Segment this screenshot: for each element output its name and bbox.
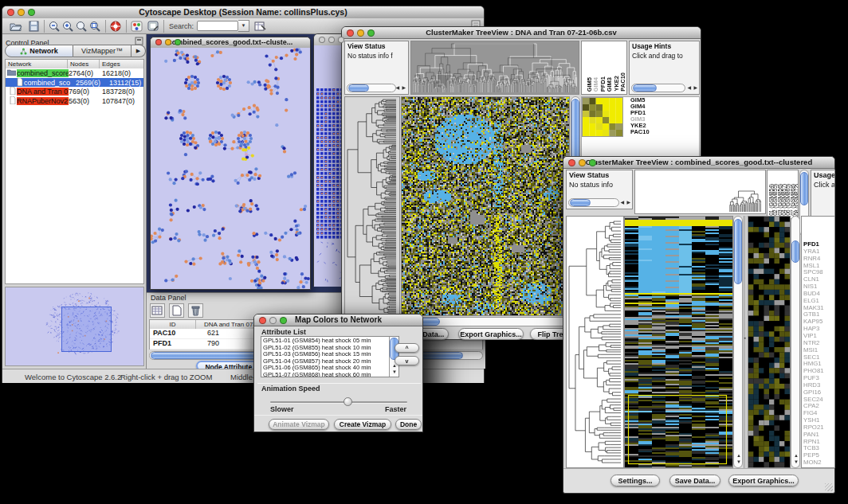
tv2-zoom-heatmap[interactable] (748, 216, 791, 468)
usage-hints-hscrollbar[interactable] (631, 84, 685, 92)
save-icon[interactable] (27, 20, 41, 33)
window-controls[interactable] (259, 317, 287, 324)
slider-track[interactable] (270, 401, 407, 403)
view-status-hscrollbar[interactable] (568, 198, 619, 207)
zoom-window-icon[interactable] (28, 9, 35, 16)
row-dendrogram-canvas[interactable] (567, 217, 623, 467)
tv1-heatmap[interactable] (401, 96, 570, 316)
minimize-icon[interactable] (18, 9, 25, 16)
network-table-row[interactable]: combined_sco2569(6)13112(15) (6, 78, 143, 88)
tv1-column-dendrogram[interactable] (410, 41, 579, 95)
tv2-row-dendrogram[interactable] (566, 216, 624, 468)
new-attribute-icon[interactable] (169, 303, 184, 318)
minimize-icon[interactable] (328, 37, 335, 43)
zoom-in-icon[interactable] (61, 20, 75, 33)
zoom-window-icon[interactable] (338, 37, 344, 43)
tv2-export-graphics-button[interactable]: Export Graphics... (728, 475, 799, 486)
column-dendrogram-canvas[interactable] (411, 41, 579, 94)
scroll-left-icon[interactable]: ◀ (620, 199, 624, 206)
help-lifesaver-icon[interactable] (109, 20, 123, 33)
scrollbar-thumb[interactable] (800, 172, 808, 205)
select-attributes-icon[interactable] (150, 303, 165, 318)
close-icon[interactable] (155, 39, 162, 45)
move-down-button[interactable]: v (395, 356, 419, 365)
zoom-window-icon[interactable] (175, 39, 181, 45)
main-titlebar[interactable]: Cytoscape Desktop (Session Name: collins… (2, 6, 484, 19)
zoom-selected-icon[interactable] (75, 20, 88, 33)
column-header[interactable]: Nodes (68, 60, 100, 68)
row-dendrogram-canvas[interactable] (345, 97, 399, 315)
column-dendrogram-canvas[interactable] (635, 170, 765, 213)
attribute-listbox[interactable]: GPL51-01 (GSM854) heat shock 05 minGPL51… (261, 336, 399, 377)
close-icon[interactable] (259, 317, 266, 324)
minimize-icon[interactable] (165, 39, 171, 45)
tabs-overflow-button[interactable]: ▶ (132, 45, 146, 57)
scroll-down-icon[interactable]: ▼ (392, 369, 397, 376)
close-icon[interactable] (7, 9, 14, 16)
zoom-heatmap-canvas[interactable] (583, 98, 622, 136)
delete-attribute-icon[interactable] (188, 303, 203, 318)
scrollbar-thumb[interactable] (570, 199, 591, 206)
minimize-icon[interactable] (357, 29, 364, 37)
zoom-window-icon[interactable] (367, 29, 375, 37)
create-vizmap-button[interactable]: Create Vizmap (334, 419, 391, 430)
heatmap-canvas[interactable] (625, 217, 732, 467)
zoom-out-icon[interactable] (48, 20, 61, 33)
close-icon[interactable] (568, 159, 575, 166)
tv2-save-data-button[interactable]: Save Data... (669, 475, 720, 486)
window-controls[interactable] (319, 37, 344, 43)
search-dropdown-button[interactable]: ▼ (238, 20, 249, 32)
scrollbar-thumb[interactable] (791, 240, 799, 263)
tv2-settings-button[interactable]: Settings... (610, 475, 660, 486)
zoom-window-icon[interactable] (280, 317, 287, 324)
tv1-hscrollbar[interactable] (401, 317, 570, 326)
network-table-row[interactable]: DNA and Tran 07769(0)183728(0) (6, 87, 143, 96)
tv1-export-graphics-button[interactable]: Export Graphics... (458, 328, 524, 340)
minimize-icon[interactable] (269, 317, 277, 324)
move-up-button[interactable]: ^ (395, 343, 419, 353)
column-header[interactable]: Network (6, 60, 68, 68)
vizmapper-icon[interactable] (130, 20, 143, 33)
tab-network[interactable]: Network (5, 45, 73, 57)
heatmap-canvas[interactable] (402, 97, 569, 315)
tv2-gene-vscrollbar[interactable]: ▲ ▼ (791, 216, 800, 468)
window-controls[interactable] (568, 159, 596, 166)
column-header[interactable]: Edges (100, 60, 143, 68)
view-status-hscrollbar[interactable] (347, 84, 396, 92)
dialog-titlebar[interactable]: Map Colors to Network (254, 315, 422, 326)
zoom-heatmap-canvas[interactable] (748, 217, 790, 467)
scroll-right-icon[interactable]: ▶ (402, 84, 406, 92)
scroll-right-icon[interactable]: ▶ (626, 199, 630, 206)
birdseye-canvas[interactable] (6, 287, 143, 365)
done-button[interactable]: Done (395, 419, 422, 430)
treeview2-titlebar[interactable]: ClusterMaker TreeView : combined_scores_… (563, 157, 834, 169)
minimize-icon[interactable] (579, 159, 586, 166)
tv2-heatmap[interactable] (624, 216, 733, 468)
network-canvas[interactable] (151, 48, 310, 289)
tab-vizmapper[interactable]: VizMapper™ (73, 45, 132, 57)
zoom-fit-icon[interactable] (88, 20, 102, 33)
scrollbar-thumb[interactable] (633, 84, 657, 92)
network-view-titlebar[interactable]: combined_scores_good.txt--cluste... (151, 37, 310, 49)
scroll-right-icon[interactable]: ▶ (693, 84, 697, 92)
birdseye-panel[interactable] (5, 287, 144, 366)
snapshot-icon[interactable] (147, 20, 160, 33)
scroll-down-icon[interactable]: ▼ (736, 459, 741, 466)
resize-grip-icon[interactable] (825, 483, 833, 491)
window-controls[interactable] (347, 29, 375, 37)
close-icon[interactable] (347, 29, 354, 37)
tv2-column-dendrogram[interactable] (634, 170, 766, 214)
treeview1-titlebar[interactable]: ClusterMaker TreeView : DNA and Tran 07-… (342, 27, 701, 39)
tv1-column-label[interactable]: GIM3 (606, 77, 613, 92)
tv2-vscrollbar[interactable]: ▲ ▼ (733, 216, 743, 468)
float-panel-icon[interactable] (135, 34, 143, 43)
window-controls[interactable] (155, 39, 181, 45)
scroll-left-icon[interactable]: ◀ (395, 84, 399, 92)
tv1-row-label[interactable]: PAC10 (630, 129, 664, 135)
gene-label[interactable]: MON2 (803, 459, 824, 467)
zoom-window-icon[interactable] (589, 159, 596, 166)
attribute-table-icon[interactable] (253, 20, 267, 33)
scrollbar-thumb[interactable] (734, 219, 742, 284)
close-icon[interactable] (319, 37, 325, 43)
network-table-row[interactable]: RNAPuberNov2+563(0)107847(0) (6, 96, 143, 106)
